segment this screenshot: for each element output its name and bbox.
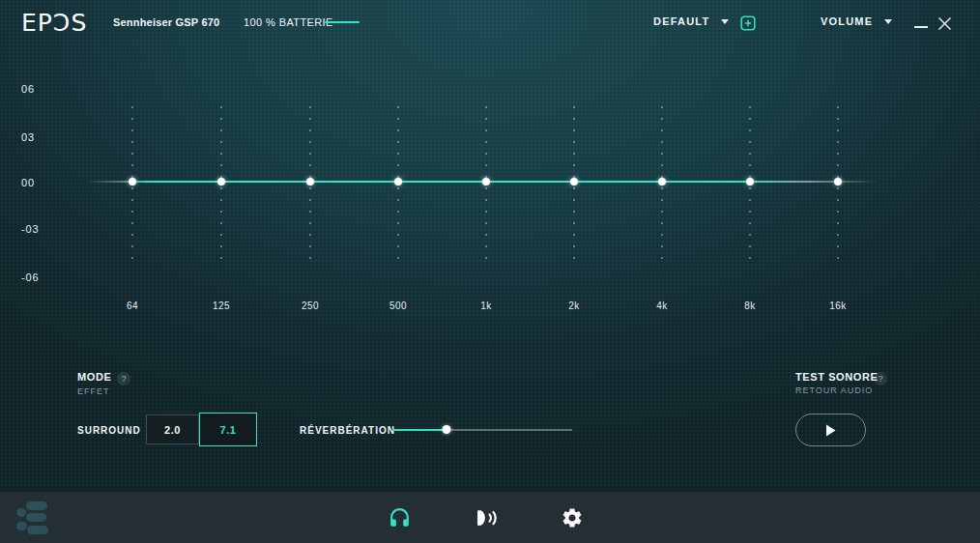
epos-logo: EPƆS	[21, 9, 87, 37]
sound-test-help-icon[interactable]: ?	[874, 372, 887, 386]
eq-handle-125[interactable]	[217, 178, 225, 186]
close-icon	[937, 16, 952, 31]
sound-test-title: TEST SONORE	[795, 371, 878, 383]
play-icon	[825, 424, 836, 437]
eq-handle-16k[interactable]	[834, 178, 842, 186]
db-label-06: 06	[21, 83, 35, 95]
reverb-slider-handle[interactable]	[442, 425, 450, 434]
surround-option-2.0[interactable]: 2.0	[146, 414, 199, 444]
eq-freq-label: 16k	[829, 300, 846, 311]
db-label--06: -06	[21, 272, 39, 283]
eq-handle-4k[interactable]	[658, 178, 666, 186]
bottom-nav-bar	[0, 491, 980, 543]
chevron-down-icon	[884, 19, 892, 24]
sound-test-subtitle: RETOUR AUDIO	[795, 386, 873, 395]
eq-freq-label: 125	[213, 300, 230, 311]
reverb-slider[interactable]	[392, 425, 572, 435]
eq-freq-label: 64	[127, 300, 138, 311]
minimize-icon	[914, 26, 928, 28]
eq-handle-250[interactable]	[306, 178, 314, 186]
speaker-icon	[474, 505, 499, 530]
add-preset-button[interactable]	[740, 15, 756, 31]
eq-handle-8k[interactable]	[746, 178, 754, 186]
headset-icon	[388, 506, 412, 530]
eq-freq-label: 8k	[744, 300, 755, 311]
eq-handle-64[interactable]	[129, 178, 136, 186]
tab-speaker[interactable]	[474, 504, 499, 531]
eq-freq-label: 500	[389, 300, 407, 311]
mode-help-icon[interactable]: ?	[117, 372, 130, 386]
close-button[interactable]	[936, 14, 953, 32]
tab-settings[interactable]	[560, 504, 585, 531]
preset-dropdown[interactable]: DEFAULT	[653, 15, 729, 27]
db-label-00: 00	[21, 177, 35, 188]
volume-dropdown[interactable]: VOLUME	[821, 15, 892, 27]
eq-handle-2k[interactable]	[570, 178, 578, 186]
tab-headset[interactable]	[387, 504, 412, 531]
eq-freq-label: 4k	[656, 300, 667, 311]
eq-freq-label: 250	[302, 300, 319, 311]
plus-square-icon	[740, 15, 756, 31]
surround-label: SURROUND	[77, 425, 141, 436]
eq-handle-500[interactable]	[394, 178, 402, 186]
minimize-button[interactable]	[912, 14, 930, 32]
volume-dropdown-label: VOLUME	[821, 15, 873, 27]
db-label--03: -03	[21, 223, 39, 235]
battery-label: 100 % BATTERIE	[244, 16, 333, 28]
db-label-03: 03	[21, 131, 35, 143]
mode-subtitle: EFFET	[77, 386, 110, 396]
top-bar: EPƆS Sennheiser GSP 670 100 % BATTERIE D…	[0, 0, 980, 46]
battery-level-bar	[325, 21, 360, 23]
chevron-down-icon	[721, 19, 729, 24]
play-sound-test-button[interactable]	[795, 414, 866, 446]
reverb-label: RÉVERBÉRATION	[300, 425, 395, 436]
eq-freq-label: 2k	[568, 300, 579, 311]
gear-icon	[561, 506, 584, 529]
eq-handle-1k[interactable]	[482, 178, 490, 186]
epos-gaming-suite-window: EPƆS Sennheiser GSP 670 100 % BATTERIE D…	[0, 0, 980, 543]
reverb-slider-fill	[392, 429, 447, 431]
mode-title: MODE	[77, 371, 111, 383]
surround-option-7.1[interactable]: 7.1	[199, 413, 257, 446]
eq-freq-label: 1k	[480, 300, 491, 311]
device-name: Sennheiser GSP 670	[113, 16, 219, 28]
preset-dropdown-label: DEFAULT	[653, 15, 709, 27]
equalizer-panel: 060300-03-06 641252505001k2k4k8k16k	[0, 46, 980, 327]
mixer-levels-icon[interactable]	[16, 500, 49, 539]
